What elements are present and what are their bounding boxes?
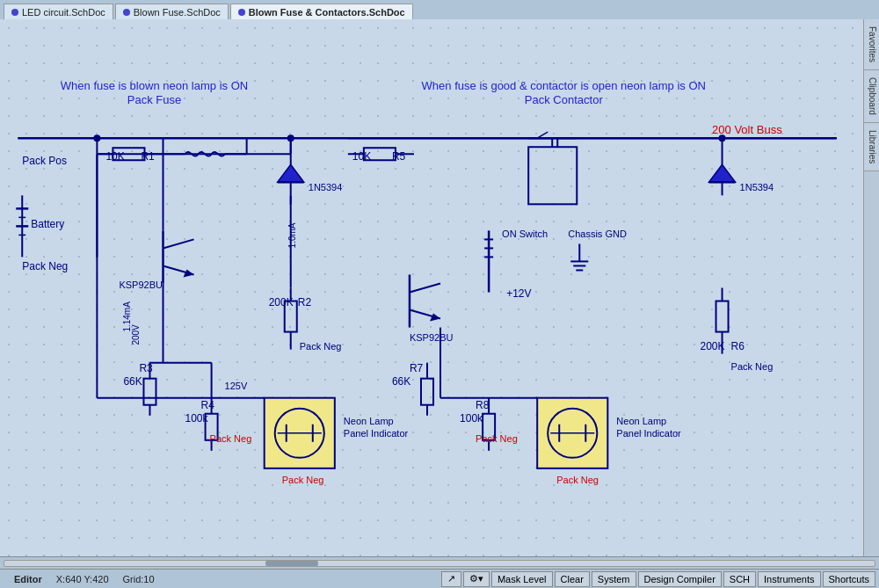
- pack-pos-label: Pack Pos: [22, 155, 67, 167]
- tab-dot-led: [11, 9, 18, 16]
- r3-label: R3: [139, 362, 153, 374]
- pack-neg3: Pack Neg: [282, 475, 324, 485]
- on-switch-label: ON Switch: [502, 229, 548, 239]
- voltage-buss-label: 200 Volt Buss: [712, 123, 782, 136]
- system-btn[interactable]: System: [592, 571, 636, 587]
- app-container: LED circuit.SchDoc Blown Fuse.SchDoc Blo…: [0, 0, 879, 588]
- schematic-svg: When fuse is blown neon lamp is ON Pack …: [0, 19, 863, 556]
- tab-blown-contactors[interactable]: Blown Fuse & Contactors.SchDoc: [230, 4, 413, 19]
- title-right-line1: When fuse is good & contactor is open ne…: [422, 79, 706, 92]
- svg-rect-44: [143, 379, 156, 405]
- pack-neg1: Pack Neg: [300, 341, 342, 352]
- tab-contactors-label: Blown Fuse & Contactors.SchDoc: [249, 7, 405, 18]
- svg-marker-22: [709, 164, 736, 182]
- r8-val: 100k: [460, 412, 483, 425]
- shortcuts-btn[interactable]: Shortcuts: [823, 571, 875, 587]
- editor-label: Editor: [7, 574, 42, 584]
- svg-line-59: [410, 283, 440, 292]
- r2-label: R2: [298, 296, 312, 309]
- tab-dot-contactors: [238, 9, 245, 16]
- tab-led[interactable]: LED circuit.SchDoc: [4, 4, 113, 19]
- q1-label: KSP92BU: [119, 279, 163, 290]
- title-tabs: LED circuit.SchDoc Blown Fuse.SchDoc Blo…: [0, 0, 879, 19]
- schematic-area[interactable]: When fuse is blown neon lamp is ON Pack …: [0, 19, 863, 556]
- arrow-icon-btn[interactable]: ↗: [441, 571, 461, 587]
- bottom-scrollbar[interactable]: [0, 556, 879, 569]
- settings-btn[interactable]: ⚙▾: [463, 571, 490, 587]
- r6-val: 200K: [701, 340, 725, 352]
- scroll-thumb[interactable]: [265, 561, 318, 566]
- svg-rect-63: [421, 379, 433, 405]
- plus12v-label: +12V: [506, 287, 531, 300]
- svg-point-93: [719, 134, 726, 142]
- pack-neg5: Pack Neg: [731, 361, 774, 372]
- tab-blown-label: Blown Fuse.SchDoc: [134, 7, 221, 18]
- current1-label: 1.0mA: [287, 222, 297, 248]
- svg-rect-69: [716, 301, 729, 332]
- d2-label: 1N5394: [740, 182, 774, 192]
- neon2-sublabel: Panel Indicator: [616, 428, 681, 439]
- r7-label: R7: [410, 362, 424, 374]
- tab-blown-fuse[interactable]: Blown Fuse.SchDoc: [115, 4, 229, 19]
- status-right: ↗ ⚙▾ Mask Level Clear System Design Comp…: [441, 571, 879, 587]
- tab-led-label: LED circuit.SchDoc: [22, 7, 105, 18]
- grid-display: Grid:10: [123, 574, 155, 584]
- title-left-line2: Pack Fuse: [127, 93, 182, 106]
- clipboard-tab[interactable]: Clipboard: [864, 70, 879, 123]
- svg-point-92: [287, 134, 294, 142]
- r8-label: R8: [476, 399, 490, 411]
- r2-val: 200K: [269, 296, 294, 309]
- d1-label: 1N5394: [309, 182, 343, 192]
- sch-btn[interactable]: SCH: [723, 571, 756, 587]
- svg-line-40: [163, 239, 194, 248]
- r3-val: 66K: [123, 375, 142, 388]
- svg-point-91: [93, 134, 100, 142]
- coordinates-display: X:640 Y:420: [56, 574, 109, 584]
- clear-btn[interactable]: Clear: [555, 571, 590, 587]
- main-area: When fuse is blown neon lamp is ON Pack …: [0, 19, 879, 556]
- design-compiler-btn[interactable]: Design Compiler: [638, 571, 722, 587]
- voltage1-label: 200V: [131, 324, 141, 345]
- libraries-tab[interactable]: Libraries: [864, 123, 879, 171]
- scroll-track[interactable]: [4, 560, 875, 567]
- neon1-label: Neon Lamp: [344, 416, 394, 426]
- q2-label: KSP92BU: [410, 332, 454, 343]
- mask-level-btn[interactable]: Mask Level: [491, 571, 553, 587]
- status-bar: Editor X:640 Y:420 Grid:10 ↗ ⚙▾ Mask Lev…: [0, 569, 879, 588]
- r4-label: R4: [201, 399, 215, 411]
- r7-val: 66K: [392, 375, 410, 388]
- neon1-sublabel: Panel Indicator: [344, 428, 409, 439]
- instruments-btn[interactable]: Instruments: [758, 571, 820, 587]
- pack-neg-r8: Pack Neg: [476, 433, 518, 444]
- tab-dot-blown: [123, 9, 130, 16]
- neon2-label: Neon Lamp: [616, 416, 666, 426]
- r6-label: R6: [731, 340, 745, 352]
- voltage2-label: 125V: [225, 381, 248, 391]
- chassis-gnd-label: Chassis GND: [568, 229, 627, 239]
- status-left: Editor X:640 Y:420 Grid:10: [0, 574, 441, 584]
- pack-neg2: Pack Neg: [210, 433, 252, 444]
- svg-marker-15: [278, 164, 304, 182]
- battery-label: Battery: [31, 218, 64, 230]
- title-left-line1: When fuse is blown neon lamp is ON: [61, 79, 248, 92]
- title-right-line2: Pack Contactor: [525, 93, 604, 106]
- pack-neg-main: Pack Neg: [22, 260, 68, 272]
- favorites-tab[interactable]: Favorites: [864, 19, 879, 70]
- right-panel: Favorites Clipboard Libraries: [863, 19, 879, 556]
- svg-rect-25: [528, 147, 577, 204]
- pack-neg4: Pack Neg: [556, 475, 599, 485]
